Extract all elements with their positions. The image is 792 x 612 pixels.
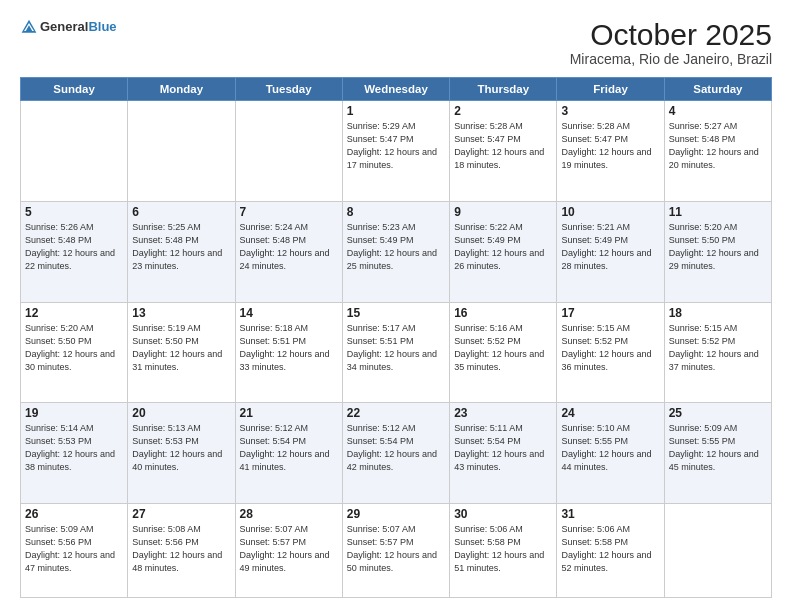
- day-number: 7: [240, 205, 338, 219]
- calendar-cell: [235, 101, 342, 202]
- day-info: Sunrise: 5:06 AM Sunset: 5:58 PM Dayligh…: [561, 523, 659, 575]
- calendar-cell: 31Sunrise: 5:06 AM Sunset: 5:58 PM Dayli…: [557, 504, 664, 598]
- day-info: Sunrise: 5:24 AM Sunset: 5:48 PM Dayligh…: [240, 221, 338, 273]
- day-info: Sunrise: 5:11 AM Sunset: 5:54 PM Dayligh…: [454, 422, 552, 474]
- day-number: 10: [561, 205, 659, 219]
- day-number: 18: [669, 306, 767, 320]
- day-info: Sunrise: 5:23 AM Sunset: 5:49 PM Dayligh…: [347, 221, 445, 273]
- weekday-header-tuesday: Tuesday: [235, 78, 342, 101]
- day-number: 11: [669, 205, 767, 219]
- calendar-cell: 16Sunrise: 5:16 AM Sunset: 5:52 PM Dayli…: [450, 302, 557, 403]
- calendar-cell: 26Sunrise: 5:09 AM Sunset: 5:56 PM Dayli…: [21, 504, 128, 598]
- calendar-cell: 3Sunrise: 5:28 AM Sunset: 5:47 PM Daylig…: [557, 101, 664, 202]
- day-info: Sunrise: 5:28 AM Sunset: 5:47 PM Dayligh…: [454, 120, 552, 172]
- calendar-cell: 22Sunrise: 5:12 AM Sunset: 5:54 PM Dayli…: [342, 403, 449, 504]
- calendar-cell: 18Sunrise: 5:15 AM Sunset: 5:52 PM Dayli…: [664, 302, 771, 403]
- logo-icon: [20, 18, 38, 36]
- calendar-cell: 24Sunrise: 5:10 AM Sunset: 5:55 PM Dayli…: [557, 403, 664, 504]
- calendar-cell: 4Sunrise: 5:27 AM Sunset: 5:48 PM Daylig…: [664, 101, 771, 202]
- calendar-cell: 12Sunrise: 5:20 AM Sunset: 5:50 PM Dayli…: [21, 302, 128, 403]
- day-info: Sunrise: 5:29 AM Sunset: 5:47 PM Dayligh…: [347, 120, 445, 172]
- calendar-cell: 2Sunrise: 5:28 AM Sunset: 5:47 PM Daylig…: [450, 101, 557, 202]
- day-info: Sunrise: 5:18 AM Sunset: 5:51 PM Dayligh…: [240, 322, 338, 374]
- day-info: Sunrise: 5:08 AM Sunset: 5:56 PM Dayligh…: [132, 523, 230, 575]
- logo-text: General Blue: [40, 19, 117, 35]
- day-info: Sunrise: 5:20 AM Sunset: 5:50 PM Dayligh…: [25, 322, 123, 374]
- day-number: 13: [132, 306, 230, 320]
- day-info: Sunrise: 5:06 AM Sunset: 5:58 PM Dayligh…: [454, 523, 552, 575]
- calendar-cell: 19Sunrise: 5:14 AM Sunset: 5:53 PM Dayli…: [21, 403, 128, 504]
- calendar-cell: 27Sunrise: 5:08 AM Sunset: 5:56 PM Dayli…: [128, 504, 235, 598]
- calendar-cell: 17Sunrise: 5:15 AM Sunset: 5:52 PM Dayli…: [557, 302, 664, 403]
- day-info: Sunrise: 5:12 AM Sunset: 5:54 PM Dayligh…: [240, 422, 338, 474]
- calendar-cell: 25Sunrise: 5:09 AM Sunset: 5:55 PM Dayli…: [664, 403, 771, 504]
- day-info: Sunrise: 5:07 AM Sunset: 5:57 PM Dayligh…: [347, 523, 445, 575]
- day-number: 14: [240, 306, 338, 320]
- day-number: 21: [240, 406, 338, 420]
- day-number: 26: [25, 507, 123, 521]
- day-info: Sunrise: 5:09 AM Sunset: 5:56 PM Dayligh…: [25, 523, 123, 575]
- page: General Blue October 2025 Miracema, Rio …: [0, 0, 792, 612]
- day-number: 3: [561, 104, 659, 118]
- calendar-cell: 21Sunrise: 5:12 AM Sunset: 5:54 PM Dayli…: [235, 403, 342, 504]
- calendar-cell: 13Sunrise: 5:19 AM Sunset: 5:50 PM Dayli…: [128, 302, 235, 403]
- day-number: 12: [25, 306, 123, 320]
- day-number: 29: [347, 507, 445, 521]
- day-number: 22: [347, 406, 445, 420]
- day-info: Sunrise: 5:27 AM Sunset: 5:48 PM Dayligh…: [669, 120, 767, 172]
- day-number: 5: [25, 205, 123, 219]
- day-info: Sunrise: 5:14 AM Sunset: 5:53 PM Dayligh…: [25, 422, 123, 474]
- calendar-cell: 10Sunrise: 5:21 AM Sunset: 5:49 PM Dayli…: [557, 201, 664, 302]
- logo: General Blue: [20, 18, 117, 36]
- calendar-table: SundayMondayTuesdayWednesdayThursdayFrid…: [20, 77, 772, 598]
- weekday-header-wednesday: Wednesday: [342, 78, 449, 101]
- day-number: 17: [561, 306, 659, 320]
- day-number: 1: [347, 104, 445, 118]
- calendar-cell: 28Sunrise: 5:07 AM Sunset: 5:57 PM Dayli…: [235, 504, 342, 598]
- day-number: 28: [240, 507, 338, 521]
- weekday-row: SundayMondayTuesdayWednesdayThursdayFrid…: [21, 78, 772, 101]
- calendar-body: 1Sunrise: 5:29 AM Sunset: 5:47 PM Daylig…: [21, 101, 772, 598]
- week-row-4: 19Sunrise: 5:14 AM Sunset: 5:53 PM Dayli…: [21, 403, 772, 504]
- logo-blue: Blue: [88, 19, 116, 35]
- day-info: Sunrise: 5:15 AM Sunset: 5:52 PM Dayligh…: [669, 322, 767, 374]
- location: Miracema, Rio de Janeiro, Brazil: [570, 51, 772, 67]
- day-number: 9: [454, 205, 552, 219]
- calendar-cell: 30Sunrise: 5:06 AM Sunset: 5:58 PM Dayli…: [450, 504, 557, 598]
- day-number: 24: [561, 406, 659, 420]
- day-number: 25: [669, 406, 767, 420]
- day-info: Sunrise: 5:12 AM Sunset: 5:54 PM Dayligh…: [347, 422, 445, 474]
- day-number: 2: [454, 104, 552, 118]
- weekday-header-sunday: Sunday: [21, 78, 128, 101]
- weekday-header-monday: Monday: [128, 78, 235, 101]
- day-info: Sunrise: 5:07 AM Sunset: 5:57 PM Dayligh…: [240, 523, 338, 575]
- calendar-cell: 1Sunrise: 5:29 AM Sunset: 5:47 PM Daylig…: [342, 101, 449, 202]
- day-number: 20: [132, 406, 230, 420]
- day-info: Sunrise: 5:10 AM Sunset: 5:55 PM Dayligh…: [561, 422, 659, 474]
- day-number: 4: [669, 104, 767, 118]
- weekday-header-friday: Friday: [557, 78, 664, 101]
- calendar-header: SundayMondayTuesdayWednesdayThursdayFrid…: [21, 78, 772, 101]
- day-info: Sunrise: 5:15 AM Sunset: 5:52 PM Dayligh…: [561, 322, 659, 374]
- calendar-cell: 14Sunrise: 5:18 AM Sunset: 5:51 PM Dayli…: [235, 302, 342, 403]
- day-info: Sunrise: 5:22 AM Sunset: 5:49 PM Dayligh…: [454, 221, 552, 273]
- calendar-cell: 8Sunrise: 5:23 AM Sunset: 5:49 PM Daylig…: [342, 201, 449, 302]
- day-info: Sunrise: 5:19 AM Sunset: 5:50 PM Dayligh…: [132, 322, 230, 374]
- weekday-header-saturday: Saturday: [664, 78, 771, 101]
- day-info: Sunrise: 5:16 AM Sunset: 5:52 PM Dayligh…: [454, 322, 552, 374]
- title-block: October 2025 Miracema, Rio de Janeiro, B…: [570, 18, 772, 67]
- calendar-cell: 20Sunrise: 5:13 AM Sunset: 5:53 PM Dayli…: [128, 403, 235, 504]
- day-info: Sunrise: 5:28 AM Sunset: 5:47 PM Dayligh…: [561, 120, 659, 172]
- day-info: Sunrise: 5:26 AM Sunset: 5:48 PM Dayligh…: [25, 221, 123, 273]
- day-number: 19: [25, 406, 123, 420]
- calendar-cell: 29Sunrise: 5:07 AM Sunset: 5:57 PM Dayli…: [342, 504, 449, 598]
- week-row-3: 12Sunrise: 5:20 AM Sunset: 5:50 PM Dayli…: [21, 302, 772, 403]
- calendar-cell: 15Sunrise: 5:17 AM Sunset: 5:51 PM Dayli…: [342, 302, 449, 403]
- calendar-cell: [128, 101, 235, 202]
- day-info: Sunrise: 5:17 AM Sunset: 5:51 PM Dayligh…: [347, 322, 445, 374]
- logo-general: General: [40, 19, 88, 35]
- calendar-cell: [664, 504, 771, 598]
- day-info: Sunrise: 5:21 AM Sunset: 5:49 PM Dayligh…: [561, 221, 659, 273]
- day-number: 27: [132, 507, 230, 521]
- day-number: 23: [454, 406, 552, 420]
